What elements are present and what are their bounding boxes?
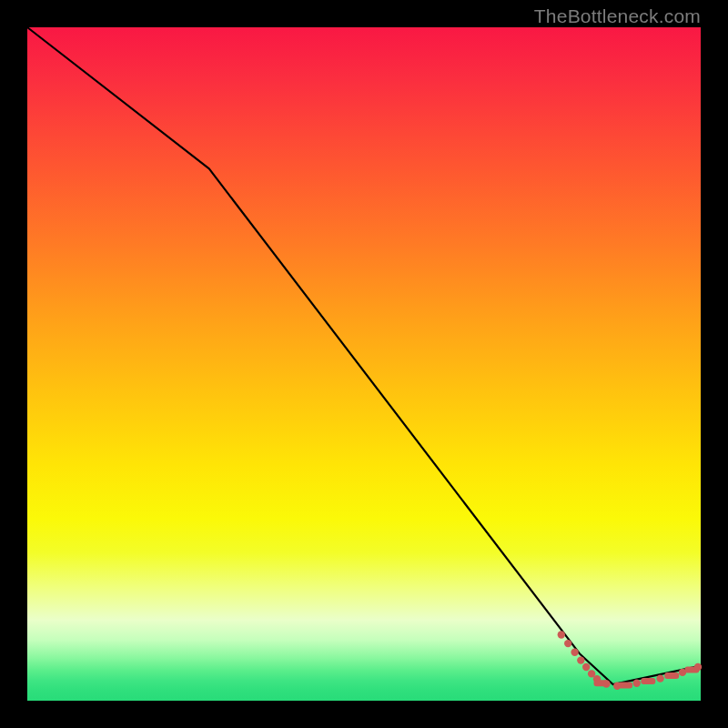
data-point [582,663,590,671]
data-point [577,656,584,663]
data-point [558,631,565,638]
bottleneck-curve [27,27,701,684]
watermark-text: TheBottleneck.com [534,5,701,27]
data-point [571,649,578,656]
data-dash [684,667,699,673]
chart-overlay [27,27,701,701]
data-dash [641,678,655,684]
data-dash [664,672,679,679]
data-point [633,680,641,687]
chart-stage: TheBottleneck.com [0,0,728,728]
data-point [656,674,663,682]
data-dash [594,680,609,686]
data-point [564,640,571,647]
data-dash [618,682,632,689]
